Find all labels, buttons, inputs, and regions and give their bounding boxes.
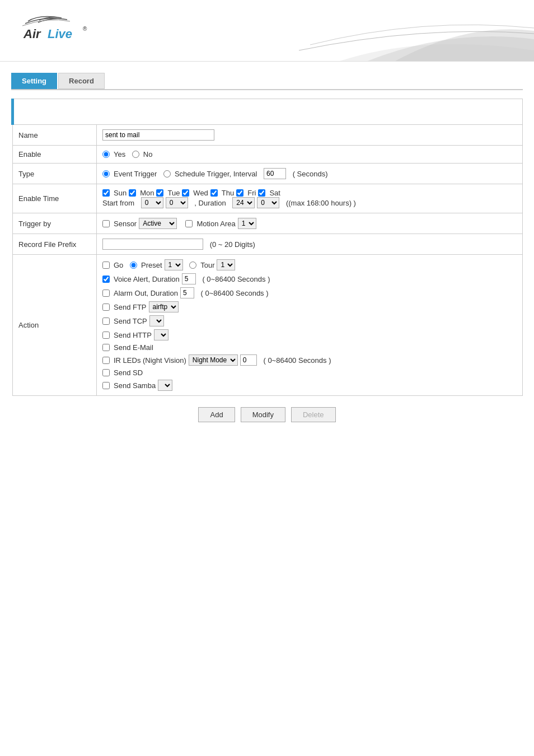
- delete-button[interactable]: Delete: [291, 407, 336, 422]
- tab-setting[interactable]: Setting: [11, 73, 57, 89]
- alarm-duration-input[interactable]: [180, 287, 194, 298]
- action-cell: Go Preset 1234 Tour 123: [97, 255, 523, 396]
- send-http-check[interactable]: [102, 332, 110, 339]
- day-wed-check[interactable]: [182, 189, 189, 197]
- prefix-input[interactable]: [102, 239, 203, 250]
- type-event-label: Event Trigger: [114, 170, 157, 178]
- alarm-out-row: Alarm Out, Duration ( 0~86400 Seconds ): [102, 287, 517, 298]
- tcp-select[interactable]: [149, 315, 164, 326]
- preset-select[interactable]: 1234: [165, 259, 183, 270]
- max-label: ((max 168:00 hours) ): [286, 199, 356, 207]
- day-thu-check[interactable]: [210, 189, 218, 197]
- logo: Air Live ®: [11, 8, 101, 49]
- send-ftp-label: Send FTP: [114, 303, 147, 311]
- day-fri-label: Fri: [247, 189, 256, 197]
- interval-input[interactable]: [264, 168, 286, 179]
- day-tue-check[interactable]: [156, 189, 163, 197]
- send-tcp-row: Send TCP: [102, 315, 517, 326]
- day-sat-check[interactable]: [258, 189, 265, 197]
- start-hour-select[interactable]: 012612: [141, 197, 163, 208]
- ir-leds-row: IR LEDs (Night Vision) Night Mode Day Mo…: [102, 354, 517, 366]
- send-email-check[interactable]: [102, 344, 110, 351]
- ir-mode-select[interactable]: Night Mode Day Mode: [189, 354, 238, 366]
- buttons-row: Add Modify Delete: [22, 407, 512, 422]
- preset-radio[interactable]: [130, 262, 137, 269]
- tour-radio[interactable]: [189, 262, 196, 269]
- day-mon-check[interactable]: [129, 189, 136, 197]
- send-samba-check[interactable]: [102, 382, 110, 389]
- days-row: Sun Mon Tue Wed Thu Fri Sa: [102, 189, 517, 197]
- day-mon-label: Mon: [140, 189, 154, 197]
- http-select[interactable]: [154, 329, 168, 340]
- add-button[interactable]: Add: [198, 407, 235, 422]
- send-ftp-row: Send FTP airftp: [102, 301, 517, 312]
- ir-leds-check[interactable]: [102, 357, 110, 364]
- name-cell: [97, 125, 523, 146]
- form-table: Name Enable Yes No: [11, 99, 523, 396]
- motion-area-check[interactable]: [185, 220, 193, 227]
- motion-area-select[interactable]: 123: [238, 218, 256, 229]
- enable-yes-radio[interactable]: [102, 151, 110, 158]
- ir-leds-label: IR LEDs (Night Vision): [114, 356, 186, 365]
- tabs-bar: Setting Record: [11, 73, 523, 90]
- tour-select[interactable]: 123: [217, 259, 235, 270]
- send-sd-check[interactable]: [102, 369, 110, 376]
- start-min-select[interactable]: 0153045: [166, 197, 188, 208]
- name-input[interactable]: [102, 129, 214, 141]
- duration-label: , Duration: [194, 199, 226, 207]
- go-label: Go: [114, 261, 123, 269]
- enable-yes-label: Yes: [114, 150, 125, 158]
- enable-row: Enable Yes No: [13, 146, 523, 164]
- voice-duration-input[interactable]: [182, 273, 196, 284]
- svg-text:®: ®: [83, 26, 87, 32]
- sensor-select[interactable]: Active Inactive: [139, 218, 177, 229]
- motion-area-label: Motion Area: [196, 220, 235, 228]
- type-event-radio[interactable]: [102, 170, 110, 178]
- name-label: Name: [13, 125, 97, 146]
- alarm-out-label: Alarm Out, Duration: [114, 289, 178, 297]
- send-samba-label: Send Samba: [114, 381, 156, 390]
- trigger-label: Trigger by: [13, 213, 97, 234]
- alarm-out-check[interactable]: [102, 290, 110, 297]
- prefix-cell: (0 ~ 20 Digits): [97, 234, 523, 255]
- name-row: Name: [13, 125, 523, 146]
- go-check[interactable]: [102, 262, 110, 269]
- tab-record[interactable]: Record: [58, 73, 105, 89]
- type-schedule-radio[interactable]: [163, 170, 171, 178]
- content: Name Enable Yes No: [11, 90, 523, 439]
- action-row: Action Go Preset 1234: [13, 255, 523, 396]
- trigger-cell: Sensor Active Inactive Motion Area 123: [97, 213, 523, 234]
- ir-duration-input[interactable]: [240, 354, 257, 366]
- duration-val-select[interactable]: 241212: [232, 197, 255, 208]
- preset-label: Preset: [141, 261, 162, 269]
- samba-select[interactable]: [158, 380, 172, 391]
- ftp-select[interactable]: airftp: [149, 301, 179, 312]
- modify-button[interactable]: Modify: [241, 407, 285, 422]
- enable-no-label: No: [143, 150, 153, 158]
- voice-alert-label: Voice Alert, Duration: [114, 275, 180, 283]
- sensor-check[interactable]: [102, 220, 110, 227]
- duration-end-select[interactable]: 0153045: [257, 197, 279, 208]
- send-ftp-check[interactable]: [102, 304, 110, 311]
- day-fri-check[interactable]: [236, 189, 243, 197]
- send-tcp-check[interactable]: [102, 318, 110, 325]
- form-wrapper: Name Enable Yes No: [11, 99, 523, 396]
- tour-label: Tour: [200, 261, 214, 269]
- enable-cell: Yes No: [97, 146, 523, 164]
- voice-alert-check[interactable]: [102, 276, 110, 283]
- start-from-label: Start from: [102, 199, 134, 207]
- enable-time-cell: Sun Mon Tue Wed Thu Fri Sa: [97, 184, 523, 213]
- send-http-label: Send HTTP: [114, 331, 152, 339]
- enable-no-radio[interactable]: [132, 151, 139, 158]
- send-sd-row: Send SD: [102, 368, 517, 377]
- send-tcp-label: Send TCP: [114, 317, 147, 325]
- day-sun-label: Sun: [114, 189, 127, 197]
- sensor-label: Sensor: [114, 220, 137, 228]
- type-row: Type Event Trigger Schedule Trigger, Int…: [13, 164, 523, 184]
- voice-range-label: ( 0~86400 Seconds ): [202, 275, 270, 283]
- ir-range-label: ( 0~86400 Seconds ): [263, 356, 331, 365]
- enable-time-row: Enable Time Sun Mon Tue Wed: [13, 184, 523, 213]
- start-row: Start from 012612 0153045 , Duration: [102, 197, 517, 208]
- prefix-label: Record File Prefix: [13, 234, 97, 255]
- day-sun-check[interactable]: [102, 189, 110, 197]
